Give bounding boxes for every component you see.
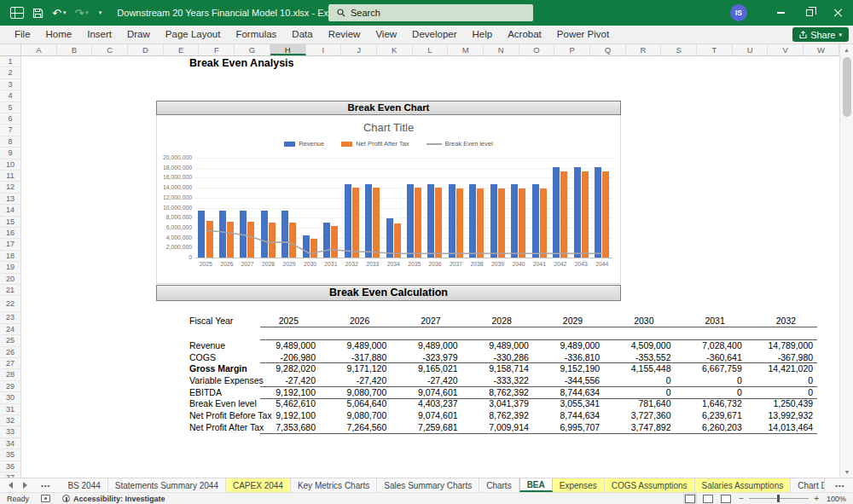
calc-section-header[interactable]: Break Even Calculation	[156, 285, 621, 301]
row-header-22[interactable]: 22	[0, 296, 20, 312]
column-header-W[interactable]: W	[804, 44, 839, 55]
row-header-11[interactable]: 11	[0, 171, 20, 182]
cell-value[interactable]: 3,727,360	[603, 410, 671, 420]
column-header-I[interactable]: I	[306, 44, 342, 55]
row-header-7[interactable]: 7	[0, 125, 20, 136]
row-header-10[interactable]: 10	[0, 159, 20, 171]
ribbon-tab-help[interactable]: Help	[465, 26, 501, 43]
cell-value[interactable]: 6,260,203	[674, 422, 742, 432]
zoom-level[interactable]: 100%	[827, 495, 846, 503]
cell-value[interactable]: 9,192,100	[247, 387, 316, 397]
row-header-30[interactable]: 30	[0, 392, 20, 403]
fiscal-year-2025[interactable]: 2025	[247, 316, 299, 326]
sheet-tab-bs-2044[interactable]: BS 2044	[61, 478, 107, 492]
chart-section-header[interactable]: Break Even Chart	[156, 101, 621, 115]
ribbon-tab-home[interactable]: Home	[38, 26, 80, 43]
cell-value[interactable]: 8,762,392	[461, 387, 529, 397]
row-header-23[interactable]: 23	[0, 312, 20, 323]
row-header-1[interactable]: 1	[0, 56, 20, 67]
column-header-A[interactable]: A	[21, 44, 57, 55]
fiscal-year-2029[interactable]: 2029	[531, 316, 583, 326]
row-header-12[interactable]: 12	[0, 182, 20, 193]
cell-value[interactable]: 9,192,100	[247, 410, 316, 420]
next-sheet-icon[interactable]	[23, 482, 27, 489]
minimize-button[interactable]	[766, 0, 795, 26]
cell-value[interactable]: -333,322	[461, 375, 529, 385]
cell-value[interactable]: 0	[745, 387, 813, 397]
cell-value[interactable]: 5,064,640	[318, 398, 386, 408]
excel-app-button[interactable]	[10, 7, 24, 19]
cell-value[interactable]: 6,239,671	[674, 410, 742, 420]
cell-value[interactable]: 9,489,000	[247, 340, 316, 350]
sheet-tab-cogs-assumptions[interactable]: COGS Assumptions	[605, 478, 695, 492]
sheet-tab-capex-2044[interactable]: CAPEX 2044	[226, 478, 291, 492]
zoom-in-button[interactable]: +	[814, 494, 819, 503]
cell-value[interactable]: 9,282,020	[247, 363, 316, 374]
column-header-J[interactable]: J	[341, 44, 377, 55]
column-header-B[interactable]: B	[57, 44, 93, 55]
cell-value[interactable]: 0	[603, 387, 671, 397]
search-box[interactable]: Search	[328, 4, 533, 21]
break-even-chart[interactable]: Chart Title RevenueNet Profit After TaxB…	[156, 115, 621, 284]
zoom-slider[interactable]	[749, 498, 809, 499]
row-header-6[interactable]: 6	[0, 113, 20, 125]
cell-value[interactable]: 7,259,681	[390, 422, 458, 432]
sheet-tab-expenses[interactable]: Expenses	[553, 478, 605, 492]
cell-value[interactable]: 3,055,341	[531, 398, 600, 408]
row-header-20[interactable]: 20	[0, 274, 20, 285]
row-header-25[interactable]: 25	[0, 335, 20, 346]
row-header-35[interactable]: 35	[0, 449, 20, 461]
sheet-tab-key-metrics-charts[interactable]: Key Metrics Charts	[291, 478, 377, 492]
column-header-G[interactable]: G	[235, 44, 270, 55]
column-header-D[interactable]: D	[128, 44, 164, 55]
cell-value[interactable]: -27,420	[247, 375, 316, 385]
cell-value[interactable]: 9,074,601	[390, 387, 458, 397]
cell-value[interactable]: -330,286	[461, 352, 529, 362]
cell-value[interactable]: -344,556	[531, 375, 600, 385]
column-header-Q[interactable]: Q	[590, 44, 626, 55]
row-header-13[interactable]: 13	[0, 194, 20, 205]
cell-value[interactable]: 4,155,448	[603, 363, 671, 374]
cell-value[interactable]: -27,420	[390, 375, 458, 385]
ribbon-tab-insert[interactable]: Insert	[79, 26, 119, 43]
row-header-15[interactable]: 15	[0, 217, 20, 228]
legend-item-break-even-level[interactable]: Break Even level	[426, 140, 493, 148]
column-header-T[interactable]: T	[697, 44, 733, 55]
cell-value[interactable]: 4,509,000	[603, 340, 671, 350]
cell-value[interactable]: 13,992,932	[745, 410, 813, 420]
scroll-up-icon[interactable]: ▲	[840, 44, 853, 55]
fiscal-year-2027[interactable]: 2027	[390, 316, 441, 326]
row-header-17[interactable]: 17	[0, 239, 20, 250]
row-header-5[interactable]: 5	[0, 102, 20, 113]
sheet-tab-salaries-assumptions[interactable]: Salaries Assumptions	[695, 478, 792, 492]
cell-value[interactable]: -367,980	[745, 352, 813, 362]
cell-value[interactable]: 7,353,680	[247, 422, 316, 432]
vertical-scroll-thumb[interactable]	[843, 57, 851, 117]
cell-value[interactable]: -336,810	[531, 352, 600, 362]
fiscal-year-2028[interactable]: 2028	[461, 316, 512, 326]
ribbon-tab-draw[interactable]: Draw	[119, 26, 158, 43]
row-label[interactable]: COGS	[189, 352, 216, 362]
cell-value[interactable]: 9,080,700	[318, 387, 386, 397]
chart-title[interactable]: Chart Title	[157, 121, 620, 134]
break-even-line-series[interactable]	[195, 158, 612, 258]
fiscal-year-2030[interactable]: 2030	[603, 316, 654, 326]
column-header-P[interactable]: P	[554, 44, 590, 55]
cell-value[interactable]: 7,264,560	[318, 422, 386, 432]
ribbon-tab-developer[interactable]: Developer	[404, 26, 464, 43]
legend-item-revenue[interactable]: Revenue	[284, 140, 324, 148]
save-button[interactable]	[32, 8, 44, 19]
cell-value[interactable]: 5,462,610	[247, 398, 316, 408]
vertical-scrollbar[interactable]: ▲ ▼	[839, 44, 853, 478]
row-header-36[interactable]: 36	[0, 461, 20, 472]
column-header-L[interactable]: L	[413, 44, 449, 55]
cell-value[interactable]: 6,667,759	[674, 363, 742, 374]
sheet-tab-bea[interactable]: BEA	[519, 478, 553, 492]
cell-value[interactable]: 14,013,464	[745, 422, 813, 432]
cell-value[interactable]: -317,880	[318, 352, 386, 362]
ribbon-tab-formulas[interactable]: Formulas	[228, 26, 284, 43]
row-label[interactable]: EBITDA	[189, 387, 222, 397]
cell-value[interactable]: 781,640	[603, 398, 671, 408]
cell-value[interactable]: 9,489,000	[461, 340, 529, 350]
cell-value[interactable]: 9,074,601	[390, 410, 458, 420]
